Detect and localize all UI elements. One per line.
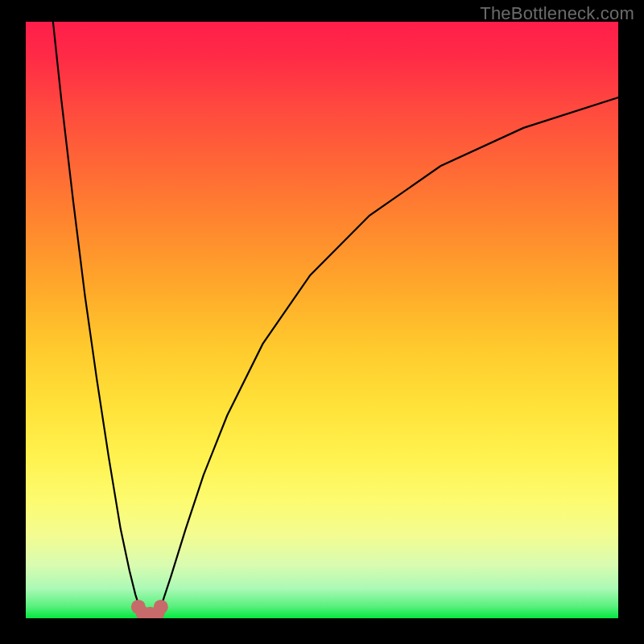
- chart-plot-area: [26, 22, 618, 618]
- attribution-watermark: TheBottleneck.com: [480, 3, 634, 24]
- trough-marker: [154, 600, 168, 614]
- chart-svg: [26, 22, 618, 618]
- curve-left-branch: [53, 22, 143, 613]
- trough-markers: [131, 600, 168, 618]
- curve-right-branch: [157, 97, 618, 613]
